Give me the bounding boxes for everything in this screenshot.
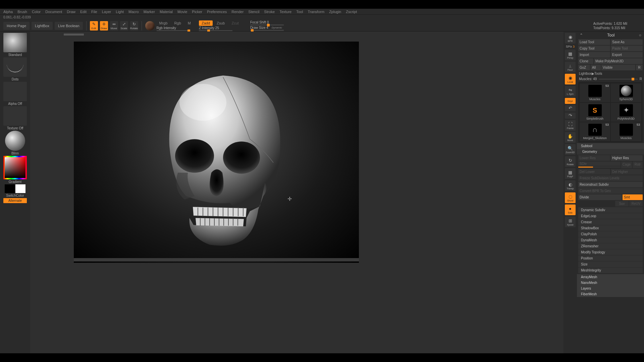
export-button[interactable]: Export (611, 52, 643, 58)
crease-header[interactable]: Crease (578, 219, 643, 225)
del-lower-button[interactable]: Del Lower (578, 169, 610, 175)
stroke-thumbnail[interactable] (3, 57, 27, 77)
zoom-button[interactable]: 🔍Zoom3D (565, 144, 576, 155)
viewport-scrollbar[interactable] (74, 258, 359, 261)
menu-zscript[interactable]: Zscript (346, 10, 357, 14)
menu-edit[interactable]: Edit (80, 10, 87, 14)
menu-preferences[interactable]: Preferences (207, 10, 227, 14)
menu-tool[interactable]: Tool (296, 10, 303, 14)
menu-transform[interactable]: Transform (308, 10, 324, 14)
edgeloop-header[interactable]: EdgeLoop (578, 213, 643, 219)
rgb-intensity-slider[interactable] (157, 30, 190, 31)
goz-button[interactable]: GoZ (578, 65, 590, 70)
xyz-button[interactable]: Gxyz (565, 98, 576, 104)
menu-stroke[interactable]: Stroke (264, 10, 275, 14)
shadowbox-header[interactable]: ShadowBox (578, 225, 643, 231)
tool-item-muscles-2[interactable]: 53Muscles (611, 122, 641, 141)
goz-visible-button[interactable]: Visible (601, 65, 635, 70)
menu-color[interactable]: Color (32, 10, 41, 14)
draw-mode-button[interactable]: ✛Draw (100, 21, 108, 31)
zadd-button[interactable]: Zadd (199, 20, 213, 26)
save-as-button[interactable]: Save As (611, 39, 643, 45)
scale-mode-button[interactable]: ⤢Scale (120, 21, 128, 31)
z-intensity-slider[interactable] (199, 30, 232, 31)
rotate-view-button[interactable]: ↻Rotate (565, 156, 576, 167)
rstr-button[interactable]: Rstr (633, 162, 643, 168)
goz-r-button[interactable]: R (636, 65, 643, 70)
alternate-button[interactable]: Alternate (3, 198, 27, 203)
cage-button[interactable]: Cage (621, 162, 632, 168)
mrgb-button[interactable]: Mrgb (157, 20, 170, 26)
del-higher-button[interactable]: Del Higher (611, 169, 643, 175)
suv-button[interactable]: Suv (615, 201, 629, 206)
tool-item-polymesh3d[interactable]: PolyMesh3D (611, 103, 641, 122)
menu-file[interactable]: File (91, 10, 97, 14)
texture-thumbnail[interactable] (3, 106, 27, 126)
spix-readout[interactable]: SPix 3 (566, 45, 575, 48)
tool-item-simplebrush[interactable]: SSimpleBrush (580, 103, 610, 122)
tool-item-muscles[interactable]: 53Muscles (580, 83, 610, 102)
position-header[interactable]: Position (578, 255, 643, 261)
move-view-button[interactable]: ✋Move (565, 132, 576, 143)
3d-viewport[interactable]: ✛ (74, 42, 359, 263)
transp-button[interactable]: ◐Transp (565, 180, 576, 191)
xpose-button[interactable]: ⊞Xpose (565, 217, 576, 227)
brush-thumbnail[interactable] (3, 33, 27, 52)
frame-button[interactable]: ⛶Frame (565, 120, 576, 131)
meshintegrity-header[interactable]: MeshIntegrity (578, 267, 643, 273)
fibermesh-header[interactable]: FiberMesh (577, 291, 644, 297)
freeze-subdiv-button[interactable]: Freeze SubDivision Levels (578, 175, 643, 181)
menu-macro[interactable]: Macro (128, 10, 139, 14)
lower-res-button[interactable]: Lower Res (578, 155, 610, 161)
menu-material[interactable]: Material (160, 10, 173, 14)
move-mode-button[interactable]: ⇔Move (110, 21, 118, 31)
draw-size-slider[interactable] (250, 30, 284, 31)
rotate-mode-button[interactable]: ↻Rotate (130, 21, 138, 31)
menu-layer[interactable]: Layer (102, 10, 111, 14)
edit-mode-button[interactable]: ✎Edit (90, 21, 98, 31)
lightbox-tools-link[interactable]: Lightbox▶Tools (577, 71, 644, 76)
menu-zplugin[interactable]: Zplugin (329, 10, 341, 14)
smt-button[interactable]: Smt (623, 194, 643, 200)
home-page-button[interactable]: Home Page (3, 22, 30, 30)
zcut-button[interactable]: Zcut (229, 20, 241, 26)
local-button[interactable]: ◉Local (565, 74, 576, 84)
modify-topology-header[interactable]: Modify Topology (578, 249, 643, 255)
menu-brush[interactable]: Brush (17, 10, 27, 14)
panel-menu-icon[interactable]: ○ (639, 33, 641, 38)
arraymesh-header[interactable]: ArrayMesh (577, 274, 644, 280)
sdiv-slider[interactable] (578, 167, 621, 168)
geometry-section-header[interactable]: Geometry (577, 149, 644, 155)
menu-draw[interactable]: Draw (67, 10, 75, 14)
nanomesh-header[interactable]: NanoMesh (577, 280, 644, 286)
menu-document[interactable]: Document (45, 10, 62, 14)
alpha-thumbnail[interactable] (3, 82, 27, 101)
tool-item-sphere3d[interactable]: Sphere3D (611, 83, 641, 102)
paste-tool-button[interactable]: Paste Tool (611, 46, 643, 51)
lightbox-button[interactable]: LightBox (32, 22, 53, 30)
r-toggle[interactable]: R (640, 77, 642, 81)
size-header[interactable]: Size (578, 261, 643, 267)
tool-slider[interactable] (599, 79, 637, 79)
higher-res-button[interactable]: Higher Res (611, 155, 643, 161)
canvas-drag-handle[interactable] (64, 34, 84, 36)
copy-tool-button[interactable]: Copy Tool (578, 46, 610, 51)
menu-light[interactable]: Light (116, 10, 124, 14)
divide-button[interactable]: Divide (578, 194, 622, 200)
material-preview-button[interactable] (145, 21, 155, 31)
claypolish-header[interactable]: ClayPolish (578, 231, 643, 237)
live-boolean-button[interactable]: Live Boolean (55, 22, 83, 30)
bpr-button[interactable]: ◉BPR (565, 33, 576, 44)
menu-picker[interactable]: Picker (192, 10, 202, 14)
zsub-button[interactable]: Zsub (214, 20, 227, 26)
reconstruct-subdiv-button[interactable]: Reconstruct Subdiv (578, 182, 643, 187)
make-polymesh-button[interactable]: Make PolyMesh3D (594, 58, 643, 64)
dynamic-subdiv-header[interactable]: Dynamic Subdiv (578, 207, 643, 213)
collapse-arrow-icon[interactable]: ⌃ (580, 33, 583, 38)
polyf-button[interactable]: ▦PolyF (565, 168, 576, 179)
subtool-section-header[interactable]: Subtool (577, 143, 644, 149)
convert-bpr-button[interactable]: Convert BPR To Geo (578, 188, 643, 194)
solo-button[interactable]: ●Solo (565, 204, 576, 215)
import-button[interactable]: Import (578, 52, 610, 58)
reuv-button[interactable]: ReUV (629, 201, 643, 206)
